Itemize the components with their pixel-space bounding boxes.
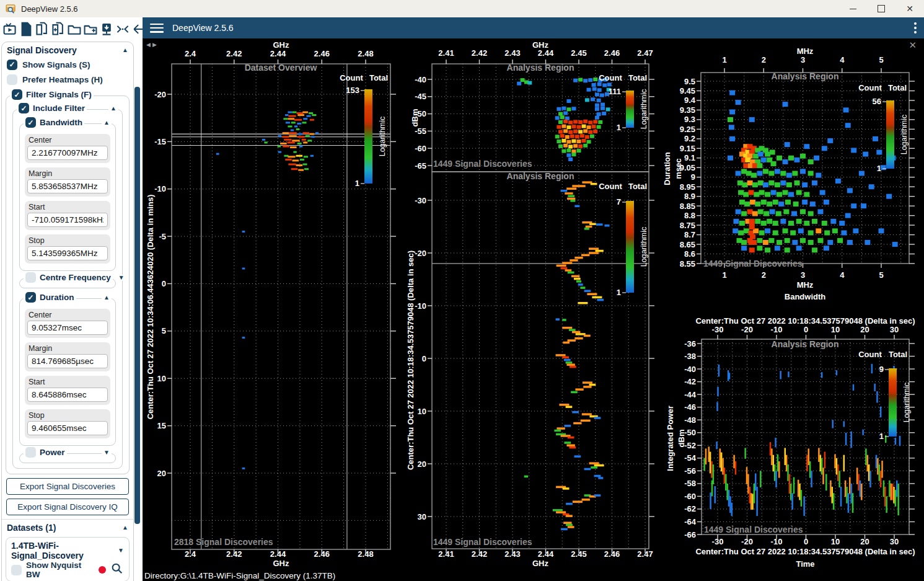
dataset-name-row[interactable]: 1.4TB-WiFi-Signal_Discovery ▼ [10,539,125,562]
svg-text:9.5: 9.5 [684,77,695,86]
minimize-icon [850,9,856,9]
duration-checkbox[interactable] [25,292,36,303]
collapse-down-icon[interactable]: ▼ [118,548,124,554]
duration-start-input[interactable] [27,388,108,402]
power-checkbox[interactable] [25,447,36,458]
collapse-horizontal-icon [115,21,130,37]
nyquist-checkbox[interactable] [11,565,22,575]
export-signal-discovery-iq-button[interactable]: Export Signal Discovery IQ [6,499,129,515]
bandwidth-group: Bandwidth ▲ Center Margin Start St [19,123,116,271]
bandwidth-start-input[interactable] [27,213,108,227]
analysis-close-icon[interactable]: ✕ [909,40,917,51]
show-signals-row[interactable]: Show Signals (S) [2,57,133,72]
open-recording-button[interactable] [2,20,17,38]
copy-file-button[interactable] [35,20,50,38]
svg-text:-42: -42 [684,377,696,386]
section-datasets[interactable]: Datasets (1) ▲ [2,520,133,534]
svg-text:Duration: Duration [662,152,672,185]
centre-frequency-checkbox[interactable] [25,272,36,283]
svg-text:8.65: 8.65 [680,240,695,249]
svg-text:Total: Total [888,83,907,92]
prefer-heatmaps-row[interactable]: Prefer Heatmaps (H) [2,72,133,87]
svg-text:30: 30 [890,537,899,546]
add-folder-button[interactable] [83,20,98,38]
svg-text:9.3: 9.3 [684,115,695,124]
duration-stop-input[interactable] [27,421,108,435]
collapse-up-icon[interactable]: ▲ [102,120,112,126]
svg-text:-60: -60 [684,492,696,501]
new-file-button[interactable] [19,20,33,38]
add-file-icon [51,21,66,37]
collapse-up-icon[interactable]: ▲ [108,105,118,112]
bandwidth-stop-input[interactable] [27,246,108,260]
svg-text:2.42: 2.42 [472,48,487,58]
duration-group: Duration ▲ Center Margin Start Sto [19,298,116,446]
svg-text:2.43: 2.43 [504,549,520,559]
dataset-search-button[interactable] [110,562,124,578]
pan-left-icon[interactable]: ◀ [146,42,152,48]
field-label: Start [29,203,107,211]
collapse-down-icon[interactable]: ▼ [102,450,112,456]
close-button[interactable]: ✕ [895,0,924,17]
open-folder-icon [67,21,82,37]
duration-center-input[interactable] [27,321,108,335]
kebab-menu-icon[interactable] [914,22,917,33]
field-label: Margin [29,344,107,353]
svg-text:MHz: MHz [797,280,814,290]
minimize-button[interactable] [838,0,867,17]
svg-text:8.7: 8.7 [684,230,695,239]
open-folder-button[interactable] [67,20,82,38]
svg-text:10: 10 [157,374,166,383]
svg-text:-40: -40 [684,365,696,374]
include-filter-group: Include Filter ▲ Bandwidth ▲ Center [12,109,123,469]
svg-text:-54: -54 [684,453,697,463]
collapse-up-icon[interactable]: ▲ [122,525,128,531]
import-button[interactable] [99,20,114,38]
svg-text:9: 9 [879,365,884,374]
app-title: DeepView 2.5.6 [172,23,234,33]
svg-text:8.55: 8.55 [680,259,695,268]
svg-text:2.46: 2.46 [604,48,620,58]
svg-text:GHz: GHz [532,40,549,50]
svg-text:5: 5 [879,270,883,280]
svg-text:2.44: 2.44 [538,549,554,559]
include-filter-checkbox[interactable] [19,103,29,113]
window-titlebar: DeepView 2.5.6 ✕ [0,0,924,17]
menu-icon[interactable] [150,24,164,33]
svg-text:-10: -10 [771,325,783,334]
prefer-heatmaps-checkbox[interactable] [7,74,17,85]
filter-signals-checkbox[interactable] [12,89,22,100]
section-signal-discovery[interactable]: Signal Discovery ▲ [2,42,133,57]
bandwidth-center-input[interactable] [27,146,108,160]
nyquist-row[interactable]: Show Nyquist BW [10,562,125,578]
pan-arrows[interactable]: ◀▶ [146,42,159,48]
add-file-button[interactable] [51,20,66,38]
pan-right-icon[interactable]: ▶ [152,42,159,48]
svg-text:1449 Signal Discoveries: 1449 Signal Discoveries [433,537,532,547]
svg-text:2.41: 2.41 [438,48,454,58]
svg-text:-62: -62 [684,504,696,513]
export-signal-discoveries-button[interactable]: Export Signal Discoveries [6,478,129,495]
collapse-down-icon[interactable]: ▼ [117,275,126,281]
bandwidth-checkbox[interactable] [25,117,36,128]
svg-text:8.75: 8.75 [680,221,695,230]
svg-text:8.6: 8.6 [684,249,695,259]
svg-text:20: 20 [860,325,869,334]
sidebar-scrollbar[interactable] [134,87,140,524]
collapse-up-icon[interactable]: ▲ [102,295,112,301]
collapse-horizontal-button[interactable] [115,20,130,38]
bandwidth-margin-input[interactable] [27,179,108,193]
search-icon [110,562,124,575]
bandwidth-center-field: Center [25,134,110,163]
svg-text:GHz: GHz [273,559,290,568]
svg-text:-20: -20 [741,325,753,334]
svg-text:2.46: 2.46 [604,549,620,559]
svg-text:2.41: 2.41 [438,549,454,559]
maximize-button[interactable] [867,0,895,17]
svg-text:2.46: 2.46 [314,49,330,58]
svg-text:1449 Signal Discoveries: 1449 Signal Discoveries [703,259,803,268]
collapse-up-icon[interactable]: ▲ [122,47,128,53]
duration-margin-input[interactable] [27,354,108,368]
show-signals-checkbox[interactable] [7,60,17,70]
svg-text:20: 20 [418,459,426,469]
